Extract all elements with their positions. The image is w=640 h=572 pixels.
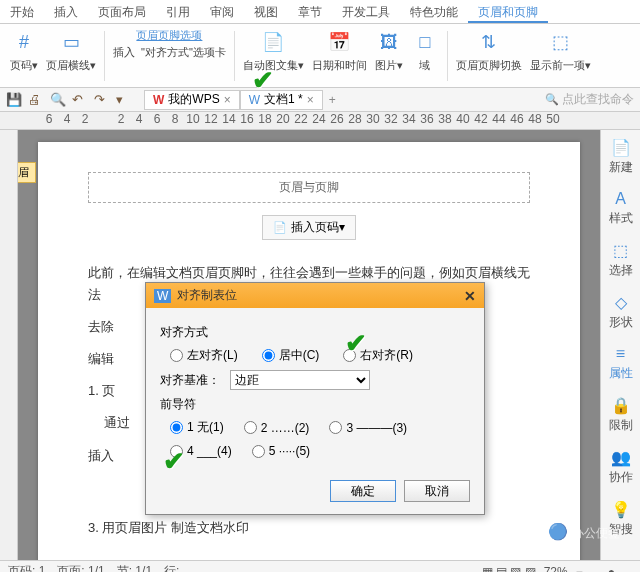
switch-icon: ⇅ bbox=[475, 28, 503, 56]
save-icon[interactable]: 💾 bbox=[6, 92, 22, 108]
zoom-level[interactable]: 72% bbox=[544, 565, 568, 573]
field-icon: □ bbox=[411, 28, 439, 56]
picture-icon: 🖼 bbox=[375, 28, 403, 56]
tab-view[interactable]: 视图 bbox=[244, 0, 288, 23]
zoom-slider[interactable]: ──●── bbox=[591, 565, 632, 573]
cancel-button[interactable]: 取消 bbox=[404, 480, 470, 502]
select-icon: ⬚ bbox=[613, 241, 628, 260]
baseline-label: 对齐基准： bbox=[160, 372, 220, 389]
watermark: 🔵 办公便签 bbox=[548, 522, 620, 542]
pagenum-icon: # bbox=[10, 28, 38, 56]
separator bbox=[234, 31, 235, 81]
radio-align-left[interactable]: 左对齐(L) bbox=[170, 347, 238, 364]
undo-icon[interactable]: ↶ bbox=[72, 92, 88, 108]
tab-section[interactable]: 章节 bbox=[288, 0, 332, 23]
tab-ref[interactable]: 引用 bbox=[156, 0, 200, 23]
checkmark-icon: ✔ bbox=[252, 65, 274, 96]
close-icon[interactable]: ✕ bbox=[464, 288, 476, 304]
panel-prop[interactable]: ≡属性 bbox=[609, 345, 633, 382]
print-icon[interactable]: 🖨 bbox=[28, 92, 44, 108]
shape-icon: ◇ bbox=[615, 293, 627, 312]
panel-select[interactable]: ⬚选择 bbox=[609, 241, 633, 279]
preview-icon[interactable]: 🔍 bbox=[50, 92, 66, 108]
status-section: 节: 1/1 bbox=[117, 563, 152, 572]
dialog-titlebar[interactable]: W对齐制表位✕ bbox=[146, 283, 484, 308]
tab-review[interactable]: 审阅 bbox=[200, 0, 244, 23]
picture-button[interactable]: 🖼图片▾ bbox=[371, 28, 407, 83]
document-tabs: W我的WPS× W文档1 *× + bbox=[144, 88, 342, 111]
leader-label: 前导符 bbox=[160, 396, 470, 413]
checkmark-icon: ✔ bbox=[163, 446, 185, 477]
radio-leader-2[interactable]: 2 ……(2) bbox=[244, 419, 310, 436]
new-icon: 📄 bbox=[611, 138, 631, 157]
headerline-button[interactable]: ▭页眉横线▾ bbox=[42, 28, 100, 83]
ribbon-tabs: 开始 插入 页面布局 引用 审阅 视图 章节 开发工具 特色功能 页眉和页脚 bbox=[0, 0, 640, 24]
redo-icon[interactable]: ↷ bbox=[94, 92, 110, 108]
field-button[interactable]: □域 bbox=[407, 28, 443, 83]
doctab-mywps[interactable]: W我的WPS× bbox=[144, 90, 240, 110]
switch-button[interactable]: ⇅页眉页脚切换 bbox=[452, 28, 526, 83]
status-page: 页码: 1 bbox=[8, 563, 45, 572]
zoom-out-icon[interactable]: − bbox=[576, 565, 583, 573]
smart-icon: 💡 bbox=[611, 500, 631, 519]
panel-collab[interactable]: 👥协作 bbox=[609, 448, 633, 486]
headerline-icon: ▭ bbox=[57, 28, 85, 56]
radio-align-center[interactable]: 居中(C) bbox=[262, 347, 320, 364]
ribbon-body: #页码▾ ▭页眉横线▾ 页眉页脚选项插入"对齐方式"选项卡 📄自动图文集▾ 📅日… bbox=[0, 24, 640, 88]
close-icon[interactable]: × bbox=[224, 93, 231, 107]
checkmark-icon: ✔ bbox=[345, 328, 367, 359]
calendar-icon: 📅 bbox=[325, 28, 353, 56]
radio-leader-5[interactable]: 5 ·····(5) bbox=[252, 444, 310, 458]
right-panel: 📄新建 A样式 ⬚选择 ◇形状 ≡属性 🔒限制 👥协作 💡智搜 bbox=[600, 130, 640, 560]
status-bar: 页码: 1 页面: 1/1 节: 1/1 行: ▦ ▤ ▧ ▨ 72% − ──… bbox=[0, 560, 640, 572]
tab-insert[interactable]: 插入 bbox=[44, 0, 88, 23]
tab-dev[interactable]: 开发工具 bbox=[332, 0, 400, 23]
showprev-button[interactable]: ⬚显示前一项▾ bbox=[526, 28, 595, 83]
view-buttons[interactable]: ▦ ▤ ▧ ▨ bbox=[482, 565, 536, 573]
header-region[interactable]: 页眉与页脚 bbox=[88, 172, 530, 203]
tab-feature[interactable]: 特色功能 bbox=[400, 0, 468, 23]
dropdown-icon[interactable]: ▾ bbox=[116, 92, 132, 108]
align-label: 对齐方式 bbox=[160, 324, 470, 341]
horizontal-ruler[interactable]: 6422468101214161820222426283032343638404… bbox=[0, 112, 640, 130]
add-tab-button[interactable]: + bbox=[323, 93, 342, 107]
panel-shape[interactable]: ◇形状 bbox=[609, 293, 633, 331]
autotext-icon: 📄 bbox=[259, 28, 287, 56]
panel-style[interactable]: A样式 bbox=[609, 190, 633, 227]
options-link[interactable]: 页眉页脚选项插入"对齐方式"选项卡 bbox=[109, 28, 230, 83]
align-tab-dialog: W对齐制表位✕ 对齐方式 左对齐(L) 居中(C) 右对齐(R) 对齐基准：边距… bbox=[145, 282, 485, 515]
tab-layout[interactable]: 页面布局 bbox=[88, 0, 156, 23]
status-pos: 行: bbox=[164, 563, 179, 572]
baseline-select[interactable]: 边距 bbox=[230, 370, 370, 390]
body-text: 3. 用页眉图片 制造文档水印 bbox=[88, 517, 530, 539]
close-icon[interactable]: × bbox=[307, 93, 314, 107]
separator bbox=[104, 31, 105, 81]
tab-start[interactable]: 开始 bbox=[0, 0, 44, 23]
datetime-button[interactable]: 📅日期和时间 bbox=[308, 28, 371, 83]
radio-leader-1[interactable]: 1 无(1) bbox=[170, 419, 224, 436]
style-icon: A bbox=[615, 190, 626, 208]
limit-icon: 🔒 bbox=[611, 396, 631, 415]
panel-limit[interactable]: 🔒限制 bbox=[609, 396, 633, 434]
pagenum-button[interactable]: #页码▾ bbox=[6, 28, 42, 83]
header-tag: 页眉 bbox=[18, 162, 36, 183]
quick-access-toolbar: 💾 🖨 🔍 ↶ ↷ ▾ W我的WPS× W文档1 *× + 🔍 点此查找命令 bbox=[0, 88, 640, 112]
tab-header-footer[interactable]: 页眉和页脚 bbox=[468, 0, 548, 23]
radio-leader-3[interactable]: 3 ———(3) bbox=[329, 419, 407, 436]
ok-button[interactable]: 确定 bbox=[330, 480, 396, 502]
command-search[interactable]: 🔍 点此查找命令 bbox=[545, 91, 634, 108]
status-pages: 页面: 1/1 bbox=[57, 563, 104, 572]
collab-icon: 👥 bbox=[611, 448, 631, 467]
insert-pagenum-button[interactable]: 📄 插入页码▾ bbox=[262, 215, 356, 240]
separator bbox=[447, 31, 448, 81]
vertical-ruler[interactable] bbox=[0, 130, 18, 560]
prop-icon: ≡ bbox=[616, 345, 625, 363]
prev-icon: ⬚ bbox=[546, 28, 574, 56]
panel-new[interactable]: 📄新建 bbox=[609, 138, 633, 176]
